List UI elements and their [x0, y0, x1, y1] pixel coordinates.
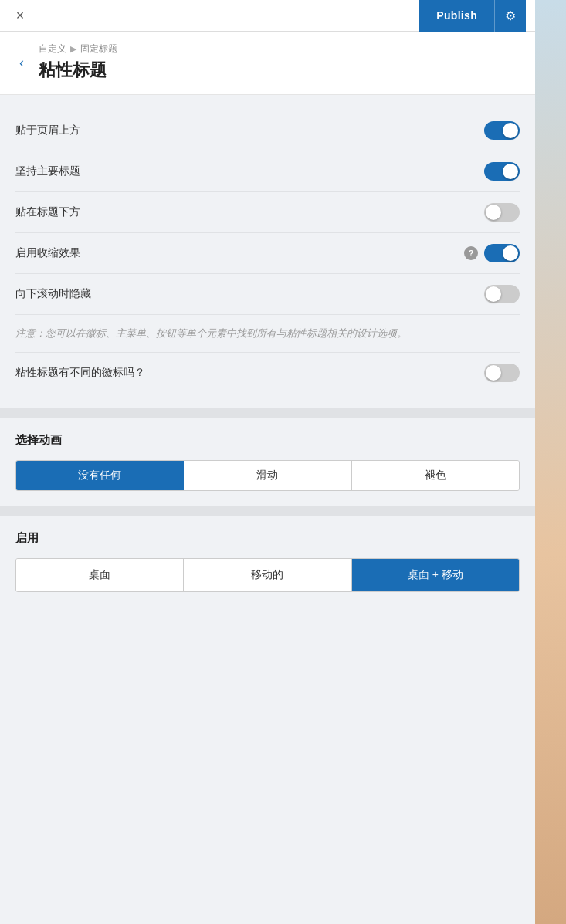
back-arrow-button[interactable]: ‹	[11, 52, 32, 74]
toggle-track-below-title	[484, 203, 520, 222]
animation-btn-group: 没有任何 滑动 褪色	[15, 460, 520, 491]
left-panel: × Publish ⚙ ‹ 自定义 ▶ 固定标题 粘性标题 贴于页眉上方	[0, 0, 535, 924]
toggle-row-shrink-effect: 启用收缩效果 ?	[15, 233, 520, 274]
toggle-thumb-diff-logo	[486, 365, 501, 381]
page-title: 粘性标题	[39, 59, 520, 82]
enable-option-desktop[interactable]: 桌面	[16, 559, 184, 591]
animation-title: 选择动画	[15, 433, 520, 448]
toggle-track-diff-logo	[484, 364, 520, 382]
gear-button[interactable]: ⚙	[494, 0, 526, 32]
section-separator-2	[0, 506, 551, 516]
enable-title: 启用	[15, 531, 520, 546]
breadcrumb: 自定义 ▶ 固定标题	[39, 42, 520, 56]
toggle-track-sticky-top	[484, 121, 520, 140]
toggle-label-shrink-effect: 启用收缩效果	[15, 246, 80, 260]
enable-section: 启用 桌面 移动的 桌面 + 移动	[0, 516, 535, 608]
toggle-row-main-title: 坚持主要标题	[15, 151, 520, 192]
animation-option-slide[interactable]: 滑动	[184, 461, 351, 490]
help-icon[interactable]: ?	[464, 246, 478, 260]
publish-button[interactable]: Publish	[419, 0, 494, 32]
toggle-label-hide-scroll: 向下滚动时隐藏	[15, 287, 91, 301]
toggle-label-below-title: 贴在标题下方	[15, 205, 80, 219]
toggle-row-sticky-top: 贴于页眉上方	[15, 110, 520, 151]
settings-area: 贴于页眉上方 坚持主要标题 贴在标题下方	[0, 95, 535, 408]
toggle-label-main-title: 坚持主要标题	[15, 164, 80, 178]
toggle-track-shrink-effect	[484, 244, 520, 262]
animation-option-none[interactable]: 没有任何	[16, 461, 184, 490]
toggle-track-hide-scroll	[484, 285, 520, 303]
animation-option-fade[interactable]: 褪色	[352, 461, 519, 490]
toggle-label-diff-logo: 粘性标题有不同的徽标吗？	[15, 366, 145, 380]
toggle-row-hide-scroll: 向下滚动时隐藏	[15, 274, 520, 315]
toggle-label-sticky-top: 贴于页眉上方	[15, 124, 80, 137]
enable-btn-group: 桌面 移动的 桌面 + 移动	[15, 558, 520, 592]
breadcrumb-section: ‹ 自定义 ▶ 固定标题 粘性标题	[0, 32, 535, 95]
toolbar-right: Publish ⚙	[419, 0, 526, 32]
toggle-hide-scroll[interactable]	[484, 285, 520, 303]
right-preview	[535, 0, 566, 924]
toolbar-left: ×	[9, 5, 31, 26]
section-separator-1	[0, 408, 551, 418]
toggle-diff-logo[interactable]	[484, 364, 520, 382]
breadcrumb-separator: ▶	[70, 44, 76, 54]
animation-section: 选择动画 没有任何 滑动 褪色	[0, 418, 535, 506]
toggle-main-title[interactable]	[484, 162, 520, 181]
shrink-effect-text: 启用收缩效果	[15, 246, 80, 260]
breadcrumb-current: 固定标题	[80, 42, 117, 56]
toggle-track-main-title	[484, 162, 520, 181]
close-button[interactable]: ×	[9, 5, 31, 26]
toggle-thumb-main-title	[503, 164, 518, 179]
breadcrumb-parent: 自定义	[39, 42, 66, 56]
enable-option-both[interactable]: 桌面 + 移动	[352, 559, 519, 591]
toggle-shrink-effect[interactable]	[484, 244, 520, 262]
enable-option-mobile[interactable]: 移动的	[184, 559, 351, 591]
toggle-thumb-shrink-effect	[503, 245, 518, 261]
shrink-effect-controls: ?	[464, 244, 520, 262]
toolbar: × Publish ⚙	[0, 0, 535, 32]
toggle-thumb-hide-scroll	[486, 286, 501, 302]
toggle-row-diff-logo: 粘性标题有不同的徽标吗？	[15, 353, 520, 393]
toggle-sticky-top[interactable]	[484, 121, 520, 140]
toggle-row-below-title: 贴在标题下方	[15, 192, 520, 233]
note-text: 注意：您可以在徽标、主菜单、按钮等单个元素中找到所有与粘性标题相关的设计选项。	[15, 315, 520, 353]
toggle-thumb-below-title	[486, 205, 501, 220]
toggle-thumb-sticky-top	[503, 123, 518, 138]
toggle-below-title[interactable]	[484, 203, 520, 222]
